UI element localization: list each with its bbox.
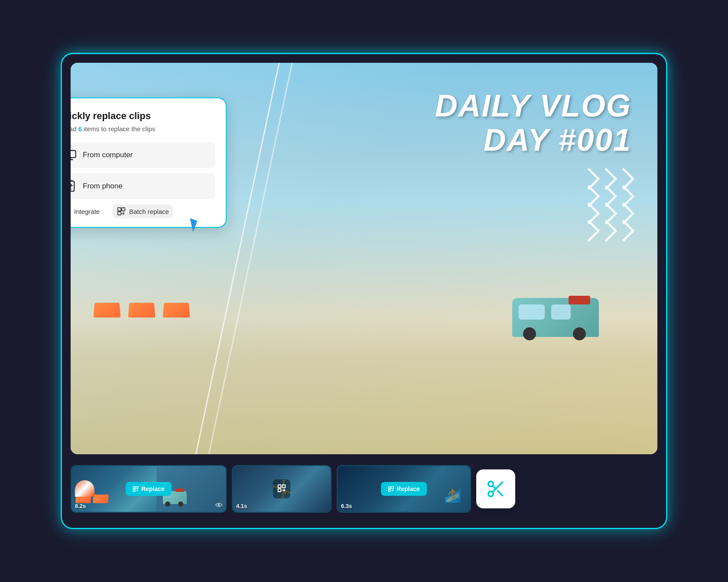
svg-rect-21 — [388, 489, 390, 491]
from-phone-label: From phone — [83, 182, 123, 191]
main-container: DAILY VLOG DAY #001 — [61, 53, 667, 529]
from-phone-option[interactable]: From phone — [71, 173, 215, 199]
integrate-action[interactable]: Integrate — [71, 204, 104, 218]
beach-chairs — [94, 302, 189, 317]
svg-rect-9 — [118, 208, 121, 211]
clip1-replace-label: Replace — [141, 485, 165, 492]
vlog-title-line2: DAY #001 — [435, 123, 631, 157]
van-window-2 — [551, 304, 571, 320]
svg-rect-17 — [283, 485, 286, 488]
svg-rect-12 — [133, 487, 135, 489]
integrate-label: Integrate — [74, 208, 100, 215]
popup-title: Quickly replace clips — [71, 110, 215, 122]
scissors-button[interactable] — [476, 469, 515, 508]
chevron-row-4 — [581, 223, 631, 239]
vlog-title-overlay: DAILY VLOG DAY #001 — [435, 89, 631, 157]
chevron-row-3 — [581, 206, 631, 221]
clip2-center-icon — [273, 479, 290, 498]
video-preview-area: DAILY VLOG DAY #001 — [71, 63, 657, 454]
clip2-duration: 4.1s — [236, 503, 247, 509]
monitor-icon — [71, 149, 77, 161]
van-thumb-wheel2 — [178, 501, 183, 507]
clip-item-1: Replace 8.2s — [71, 465, 227, 513]
beach-chair-1 — [94, 303, 121, 317]
replace-clips-popup: Quickly replace clips Upload 6 items to … — [71, 97, 227, 228]
chevron-12 — [613, 220, 635, 242]
chevron-arrows — [581, 171, 631, 239]
clip3-replace-button[interactable]: Replace — [381, 482, 427, 496]
van-roof-box — [569, 296, 590, 304]
beach-chair-3 — [163, 303, 190, 317]
chevron-row-1 — [581, 171, 631, 187]
clip3-surfer-icon: 🏄 — [444, 487, 462, 503]
svg-point-15 — [218, 504, 220, 506]
clip3-replace-btn-icon — [388, 486, 394, 492]
svg-rect-11 — [118, 212, 121, 215]
chair-thumb-2 — [93, 495, 109, 503]
batch-replace-icon — [117, 207, 126, 216]
batch-replace-action[interactable]: Batch replace — [113, 204, 173, 218]
replace-btn-icon — [133, 486, 139, 492]
timeline-area: Replace 8.2s 🤸 — [71, 459, 657, 519]
clip-item-2: 🤸 4.1s — [232, 465, 332, 513]
svg-rect-0 — [71, 151, 76, 158]
vlog-title-line1: DAILY VLOG — [435, 89, 631, 123]
subtitle-suffix: items to replace the clips — [82, 125, 155, 133]
van-wheel-right — [573, 327, 586, 340]
beach-chair-2 — [128, 303, 156, 317]
from-computer-option[interactable]: From computer — [71, 142, 215, 168]
bottom-actions: Integrate Batch replace — [71, 204, 215, 218]
chevron-row-2 — [581, 188, 631, 204]
clip1-duration: 8.2s — [75, 503, 86, 509]
svg-rect-14 — [133, 489, 135, 491]
phone-icon — [71, 180, 77, 192]
svg-rect-16 — [278, 485, 281, 488]
svg-rect-10 — [122, 208, 125, 211]
svg-rect-20 — [391, 487, 393, 489]
svg-line-26 — [493, 486, 496, 489]
subtitle-count: 6 — [78, 125, 82, 133]
clip3-replace-label: Replace — [396, 485, 420, 492]
svg-rect-18 — [278, 489, 281, 492]
van-wheel-left — [523, 327, 536, 340]
svg-rect-13 — [136, 487, 138, 489]
popup-subtitle: Upload 6 items to replace the clips — [71, 124, 215, 133]
svg-line-25 — [498, 491, 503, 496]
clip1-replace-button[interactable]: Replace — [126, 482, 172, 496]
clip3-duration: 6.3s — [341, 503, 352, 509]
van-body — [512, 298, 599, 337]
clip-item-3: 🏄 Replace 6.3s — [337, 465, 471, 513]
van-window-1 — [519, 304, 545, 320]
svg-rect-19 — [388, 487, 390, 489]
van-thumb-roof — [176, 488, 184, 492]
video-frame: DAILY VLOG DAY #001 — [61, 53, 667, 529]
clip1-eye-icon[interactable] — [215, 501, 222, 509]
subtitle-prefix: Upload — [71, 125, 78, 133]
scissors-icon — [486, 479, 506, 499]
batch-replace-label: Batch replace — [129, 208, 169, 215]
clip2-replace-icon — [277, 484, 286, 492]
umbrella-thumb — [75, 480, 94, 497]
vintage-van — [512, 285, 599, 337]
van-thumb-wheel1 — [165, 501, 170, 507]
from-computer-label: From computer — [83, 151, 133, 159]
